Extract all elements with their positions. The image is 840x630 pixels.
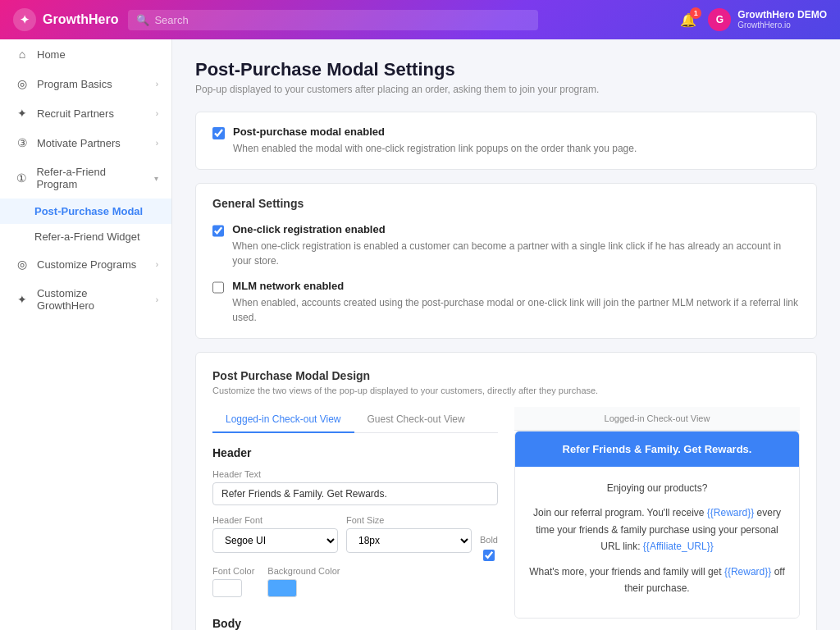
affiliate-url-link: {{Affiliate_URL}} <box>643 541 714 552</box>
mlm-checkbox[interactable] <box>212 281 224 294</box>
bold-checkbox[interactable] <box>483 550 495 561</box>
tab-logged-in[interactable]: Logged-in Check-out View <box>212 407 354 433</box>
logo[interactable]: ✦ GrowthHero <box>13 8 118 31</box>
user-info[interactable]: G GrowthHero DEMO GrowthHero.io <box>708 8 827 31</box>
design-section: Post Purchase Modal Design Customize the… <box>195 352 817 630</box>
mlm-desc: When enabled, accounts created using the… <box>232 295 800 325</box>
body-section-title: Body <box>212 617 498 630</box>
sidebar-item-label: Customize Programs <box>37 258 136 271</box>
modal-enabled-checkbox[interactable] <box>212 127 225 139</box>
preview-tab-label: Logged-in Check-out View <box>514 407 800 431</box>
header-section-title: Header <box>212 446 498 459</box>
sidebar-item-refer-friend-widget[interactable]: Refer-a-Friend Widget <box>0 224 171 249</box>
sidebar-item-post-purchase-modal[interactable]: Post-Purchase Modal <box>0 199 171 224</box>
sidebar-item-label: Recruit Partners <box>37 107 114 120</box>
mlm-text: MLM network enabled When enabled, accoun… <box>232 280 800 325</box>
bg-color-label: Background Color <box>267 566 340 576</box>
one-click-checkbox[interactable] <box>212 225 224 237</box>
preview-panel: Logged-in Check-out View Refer Friends &… <box>514 407 800 630</box>
header-font-field: Header Font Segoe UI <box>212 515 338 553</box>
font-color-label: Font Color <box>212 566 254 576</box>
one-click-text: One-click registration enabled When one-… <box>232 223 800 268</box>
tab-guest[interactable]: Guest Check-out View <box>354 407 478 433</box>
main-layout: ⌂ Home ◎ Program Basics › ✦ Recruit Part… <box>0 39 840 630</box>
topnav-right: 🔔 1 G GrowthHero DEMO GrowthHero.io <box>680 8 827 31</box>
customize-gh-icon: ✦ <box>16 293 29 306</box>
sidebar: ⌂ Home ◎ Program Basics › ✦ Recruit Part… <box>0 39 172 630</box>
notification-badge: 1 <box>690 7 701 19</box>
preview-body: Enjoying our products? Join our referral… <box>515 467 799 618</box>
one-click-label: One-click registration enabled <box>232 223 800 235</box>
sidebar-item-label: Motivate Partners <box>37 137 121 149</box>
user-name: GrowthHero DEMO <box>737 9 827 21</box>
header-text-label: Header Text <box>212 469 498 479</box>
home-icon: ⌂ <box>16 48 29 61</box>
sidebar-item-label: Customize GrowthHero <box>37 287 148 312</box>
header-font-select[interactable]: Segoe UI <box>212 528 338 553</box>
preview-p3: What's more, your friends and family wil… <box>528 564 786 597</box>
one-click-desc: When one-click registration is enabled a… <box>232 239 800 268</box>
font-row: Header Font Segoe UI Font Size 18px <box>212 515 498 563</box>
chevron-down-icon: ▾ <box>154 174 158 183</box>
header-text-field: Header Text <box>212 469 498 505</box>
search-icon: 🔍 <box>136 14 149 26</box>
bg-color-swatch[interactable] <box>267 579 297 597</box>
motivate-icon: ③ <box>16 136 29 149</box>
avatar: G <box>708 8 731 31</box>
reward1-link: {{Reward}} <box>707 507 754 518</box>
chevron-right-icon: › <box>156 295 158 304</box>
sidebar-item-recruit-partners[interactable]: ✦ Recruit Partners › <box>0 98 171 128</box>
mlm-label: MLM network enabled <box>232 280 800 292</box>
bold-label: Bold <box>480 535 498 545</box>
preview-header: Refer Friends & Family. Get Rewards. <box>515 431 799 467</box>
font-size-select[interactable]: 18px <box>346 528 472 553</box>
sidebar-item-label: Refer-a-Friend Program <box>36 166 146 190</box>
design-section-title: Post Purchase Modal Design <box>212 369 800 382</box>
page-subtitle: Pop-up displayed to your customers after… <box>195 84 817 95</box>
sidebar-item-label: Home <box>37 48 66 61</box>
chevron-right-icon: › <box>156 109 158 118</box>
font-color-field: Font Color <box>212 566 254 597</box>
sidebar-item-program-basics[interactable]: ◎ Program Basics › <box>0 69 171 98</box>
preview-p1: Enjoying our products? <box>528 480 786 496</box>
design-form: Logged-in Check-out View Guest Check-out… <box>212 407 498 630</box>
sidebar-subitem-label: Post-Purchase Modal <box>34 205 143 217</box>
mlm-row: MLM network enabled When enabled, accoun… <box>212 280 800 325</box>
general-settings-title: General Settings <box>212 197 800 210</box>
header-text-input[interactable] <box>212 482 498 505</box>
modal-enabled-row: Post-purchase modal enabled When enabled… <box>212 126 800 156</box>
notification-button[interactable]: 🔔 1 <box>680 12 696 28</box>
modal-enabled-card: Post-purchase modal enabled When enabled… <box>195 112 817 170</box>
chevron-right-icon: › <box>156 80 158 89</box>
font-size-field: Font Size 18px <box>346 515 472 553</box>
one-click-row: One-click registration enabled When one-… <box>212 223 800 268</box>
bg-color-field: Background Color <box>267 566 340 597</box>
font-color-swatch[interactable] <box>212 579 242 597</box>
logo-icon: ✦ <box>13 8 36 31</box>
sidebar-item-home[interactable]: ⌂ Home <box>0 39 171 69</box>
chevron-right-icon: › <box>156 260 158 269</box>
program-basics-icon: ◎ <box>16 77 29 90</box>
user-text: GrowthHero DEMO GrowthHero.io <box>737 9 827 30</box>
bold-field: Bold <box>480 535 498 563</box>
sidebar-item-label: Program Basics <box>37 78 112 90</box>
preview-p2: Join our referral program. You'll receiv… <box>528 504 786 555</box>
chevron-right-icon: › <box>156 139 158 148</box>
design-tabs: Logged-in Check-out View Guest Check-out… <box>212 407 498 433</box>
modal-enabled-text: Post-purchase modal enabled When enabled… <box>233 126 637 156</box>
sidebar-item-customize-programs[interactable]: ◎ Customize Programs › <box>0 249 171 279</box>
sidebar-item-refer-friend[interactable]: ① Refer-a-Friend Program ▾ <box>0 158 171 199</box>
preview-card: Refer Friends & Family. Get Rewards. Enj… <box>514 431 800 619</box>
page-title: Post-Purchase Modal Settings <box>195 59 817 80</box>
sidebar-item-customize-growthhero[interactable]: ✦ Customize GrowthHero › <box>0 279 171 320</box>
user-site: GrowthHero.io <box>737 21 827 30</box>
sidebar-item-motivate-partners[interactable]: ③ Motivate Partners › <box>0 128 171 158</box>
color-row: Font Color Background Color <box>212 566 498 597</box>
sidebar-submenu: Post-Purchase Modal Refer-a-Friend Widge… <box>0 199 171 249</box>
reward2-link: {{Reward}} <box>724 566 771 578</box>
search-bar[interactable]: 🔍 <box>128 10 538 30</box>
sidebar-subitem-label: Refer-a-Friend Widget <box>34 231 140 243</box>
design-section-sub: Customize the two views of the pop-up di… <box>212 386 800 395</box>
top-navigation: ✦ GrowthHero 🔍 🔔 1 G GrowthHero DEMO Gro… <box>0 0 840 39</box>
search-input[interactable] <box>154 14 530 26</box>
